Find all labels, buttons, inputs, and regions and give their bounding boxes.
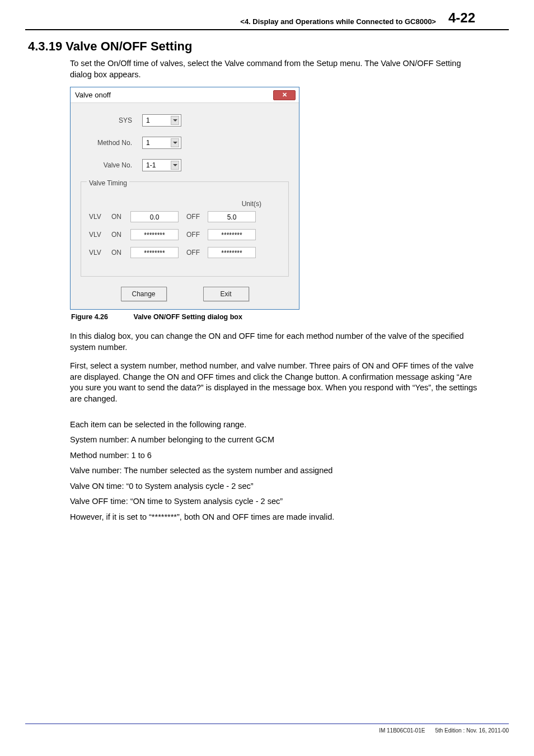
vlv-label: VLV bbox=[89, 249, 111, 256]
header-title: <4. Display and Operations while Connect… bbox=[240, 17, 436, 26]
chevron-down-icon bbox=[171, 116, 179, 125]
section-heading: 4.3.19 Valve ON/OFF Setting bbox=[28, 39, 481, 54]
valve-timing-group: Valve Timing Unit(s) VLV ON 0.0 OFF 5.0 … bbox=[81, 181, 289, 277]
method-label: Method No. bbox=[81, 139, 142, 147]
vlv-row-1: VLV ON 0.0 OFF 5.0 bbox=[89, 211, 280, 222]
off-input-3[interactable]: ******** bbox=[208, 247, 256, 258]
unit-label: Unit(s) bbox=[242, 200, 261, 208]
chevron-down-icon bbox=[171, 161, 179, 170]
on-input-1[interactable]: 0.0 bbox=[130, 211, 179, 222]
vlv-label: VLV bbox=[89, 231, 111, 239]
body-paragraph: Valve number: The number selected as the… bbox=[70, 465, 481, 477]
page-number: 4-22 bbox=[448, 10, 475, 26]
close-icon: ✕ bbox=[282, 92, 287, 98]
on-input-2[interactable]: ******** bbox=[130, 229, 179, 240]
sys-select[interactable]: 1 bbox=[142, 114, 181, 127]
sys-value: 1 bbox=[146, 116, 150, 124]
method-select[interactable]: 1 bbox=[142, 137, 181, 149]
body-paragraph: Valve OFF time: “ON time to System analy… bbox=[70, 496, 481, 507]
body-paragraph: In this dialog box, you can change the O… bbox=[70, 331, 481, 353]
sys-label: SYS bbox=[81, 116, 142, 124]
valve-select[interactable]: 1-1 bbox=[142, 159, 181, 171]
body-paragraph: System number: A number belonging to the… bbox=[70, 435, 481, 446]
change-button[interactable]: Change bbox=[121, 287, 167, 301]
off-label: OFF bbox=[186, 213, 208, 221]
dialog-titlebar: Valve onoff ✕ bbox=[71, 87, 299, 103]
off-input-2[interactable]: ******** bbox=[208, 229, 256, 240]
exit-button[interactable]: Exit bbox=[203, 287, 249, 301]
body-paragraph: First, select a system number, method nu… bbox=[70, 361, 481, 404]
on-label: ON bbox=[111, 213, 130, 221]
off-input-1[interactable]: 5.0 bbox=[208, 211, 256, 222]
valve-timing-legend: Valve Timing bbox=[87, 179, 129, 187]
figure-caption: Figure 4.26 Valve ON/OFF Setting dialog … bbox=[71, 313, 481, 321]
footer-edition: 5th Edition : Nov. 16, 2011-00 bbox=[435, 727, 509, 734]
figure-label: Figure 4.26 bbox=[71, 313, 132, 321]
page-footer: IM 11B06C01-01E 5th Edition : Nov. 16, 2… bbox=[25, 724, 509, 734]
chevron-down-icon bbox=[171, 138, 179, 147]
intro-paragraph: To set the On/Off time of valves, select… bbox=[70, 58, 481, 80]
on-label: ON bbox=[111, 249, 130, 256]
on-input-3[interactable]: ******** bbox=[130, 247, 179, 258]
body-paragraph: Method number: 1 to 6 bbox=[70, 450, 481, 461]
off-label: OFF bbox=[186, 231, 208, 239]
body-paragraph: However, if it is set to “********”, bot… bbox=[70, 512, 481, 523]
body-paragraph: Each item can be selected in the followi… bbox=[70, 419, 481, 431]
close-button[interactable]: ✕ bbox=[273, 90, 296, 100]
valve-label: Valve No. bbox=[81, 161, 142, 169]
vlv-row-3: VLV ON ******** OFF ******** bbox=[89, 247, 280, 258]
vlv-label: VLV bbox=[89, 213, 111, 221]
valve-value: 1-1 bbox=[146, 161, 156, 169]
on-label: ON bbox=[111, 231, 130, 239]
dialog-body: SYS 1 Method No. 1 Valve No. 1-1 Valve T… bbox=[71, 103, 299, 309]
dialog-title: Valve onoff bbox=[75, 91, 111, 99]
page-header: <4. Display and Operations while Connect… bbox=[25, 0, 509, 30]
valve-onoff-dialog: Valve onoff ✕ SYS 1 Method No. 1 Valve N… bbox=[70, 87, 299, 310]
method-value: 1 bbox=[146, 139, 150, 147]
footer-doc: IM 11B06C01-01E bbox=[379, 727, 425, 734]
vlv-row-2: VLV ON ******** OFF ******** bbox=[89, 229, 280, 240]
figure-text: Valve ON/OFF Setting dialog box bbox=[133, 313, 242, 321]
body-paragraph: Valve ON time: “0 to System analysis cyc… bbox=[70, 481, 481, 492]
off-label: OFF bbox=[186, 249, 208, 256]
